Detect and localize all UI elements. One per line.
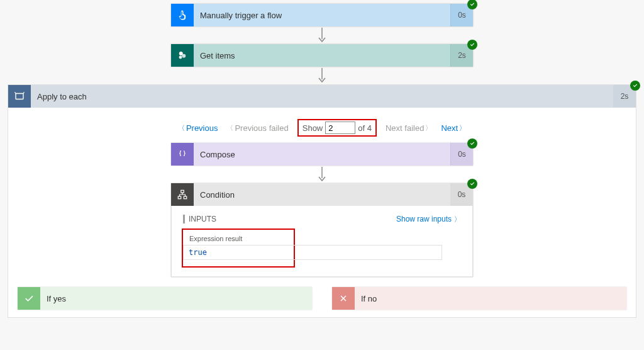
chevron-left-icon: 〈 bbox=[178, 125, 185, 132]
expression-result-value: true bbox=[189, 248, 207, 257]
chevron-right-icon: 〉 bbox=[454, 216, 461, 223]
chevron-right-icon: 〉 bbox=[459, 125, 466, 132]
expression-result-highlight: Expression result true bbox=[182, 229, 295, 268]
expression-result-field: true bbox=[183, 245, 442, 260]
svg-rect-7 bbox=[181, 190, 184, 193]
arrow-down-icon bbox=[317, 166, 327, 183]
svg-rect-5 bbox=[16, 94, 23, 99]
compose-title: Compose bbox=[194, 143, 450, 166]
success-badge-icon bbox=[467, 0, 477, 9]
touch-icon bbox=[171, 4, 194, 26]
if-yes-branch[interactable]: If yes bbox=[18, 287, 312, 310]
apply-to-each-container: Apply to each 2s 〈Previous 〈Previous fai… bbox=[8, 84, 636, 318]
svg-point-3 bbox=[179, 56, 182, 59]
condition-body: INPUTS Show raw inputs 〉 Expression resu… bbox=[171, 206, 473, 277]
success-badge-icon bbox=[467, 179, 477, 189]
show-raw-inputs-link[interactable]: Show raw inputs 〉 bbox=[396, 215, 461, 223]
compose-card-wrap: Compose 0s bbox=[171, 143, 473, 166]
loop-icon bbox=[8, 85, 31, 108]
condition-card[interactable]: Condition 0s INPUTS Show raw inputs 〉 bbox=[171, 183, 473, 277]
success-badge-icon bbox=[467, 40, 477, 50]
expression-result-label: Expression result bbox=[189, 235, 287, 242]
getitems-card[interactable]: Get items 2s bbox=[171, 44, 473, 67]
if-no-label: If no bbox=[355, 287, 626, 310]
previous-link[interactable]: 〈Previous bbox=[178, 123, 218, 133]
if-yes-label: If yes bbox=[40, 287, 312, 310]
apply-to-each-title: Apply to each bbox=[31, 85, 613, 108]
of-total: of 4 bbox=[358, 123, 372, 133]
trigger-title: Manually trigger a flow bbox=[194, 4, 450, 26]
check-icon bbox=[18, 287, 40, 310]
pager-show-highlight: Show of 4 bbox=[297, 119, 377, 137]
apply-to-each-body: 〈Previous 〈Previous failed Show of 4 Nex… bbox=[8, 108, 636, 317]
cross-icon bbox=[332, 287, 355, 310]
arrow-down-icon bbox=[317, 26, 327, 44]
sharepoint-icon bbox=[171, 44, 194, 67]
apply-to-each-header[interactable]: Apply to each 2s bbox=[8, 85, 636, 108]
next-failed-link[interactable]: Next failed〉 bbox=[386, 123, 432, 133]
previous-failed-link[interactable]: 〈Previous failed bbox=[226, 123, 288, 133]
success-badge-icon bbox=[467, 138, 477, 149]
if-no-branch[interactable]: If no bbox=[332, 287, 626, 310]
trigger-card-wrap: Manually trigger a flow 0s bbox=[171, 4, 473, 26]
braces-icon bbox=[171, 143, 194, 166]
iteration-pager: 〈Previous 〈Previous failed Show of 4 Nex… bbox=[16, 119, 628, 137]
condition-title: Condition bbox=[194, 183, 450, 206]
next-link[interactable]: Next〉 bbox=[441, 123, 466, 133]
svg-rect-9 bbox=[184, 196, 187, 199]
svg-rect-8 bbox=[178, 196, 181, 199]
condition-icon bbox=[171, 183, 194, 206]
inputs-label: INPUTS bbox=[183, 215, 216, 223]
flow-canvas: Manually trigger a flow 0s Get items 2s bbox=[0, 4, 644, 318]
getitems-title: Get items bbox=[194, 44, 450, 67]
success-badge-icon bbox=[630, 81, 640, 91]
iteration-input[interactable] bbox=[325, 121, 355, 134]
show-label: Show bbox=[303, 123, 323, 133]
condition-branches: If yes If no bbox=[16, 287, 628, 310]
arrow-down-icon bbox=[317, 67, 327, 84]
chevron-left-icon: 〈 bbox=[226, 125, 233, 132]
svg-point-2 bbox=[182, 54, 186, 58]
trigger-card[interactable]: Manually trigger a flow 0s bbox=[171, 4, 473, 26]
compose-card[interactable]: Compose 0s bbox=[171, 143, 473, 166]
getitems-card-wrap: Get items 2s bbox=[171, 44, 473, 67]
chevron-right-icon: 〉 bbox=[425, 125, 432, 132]
